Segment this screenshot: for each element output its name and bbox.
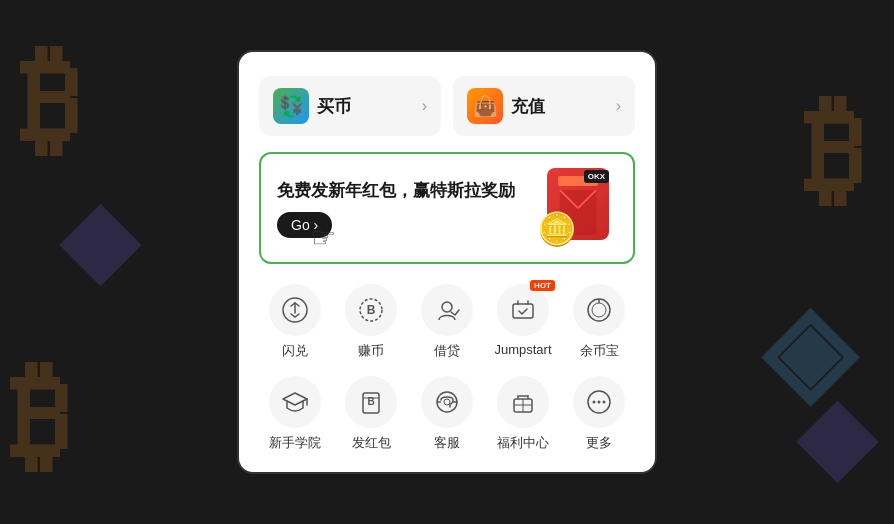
- okx-badge: OKX: [584, 170, 609, 183]
- icon-row-1: 闪兑 B 赚币 借贷: [259, 284, 635, 360]
- earn-icon: B: [345, 284, 397, 336]
- banner-content: 免费发新年红包，赢特斯拉奖励 Go › ☞: [277, 179, 515, 238]
- svg-point-20: [593, 401, 596, 404]
- icon-grid: 闪兑 B 赚币 借贷: [259, 284, 635, 452]
- flash-swap-label: 闪兑: [282, 342, 308, 360]
- loan-icon: [421, 284, 473, 336]
- recharge-icon: 👜: [467, 88, 503, 124]
- savings-item[interactable]: 余币宝: [563, 284, 635, 360]
- jumpstart-label: Jumpstart: [494, 342, 551, 357]
- svg-point-22: [603, 401, 606, 404]
- recharge-label: 充值: [511, 95, 545, 118]
- jumpstart-item[interactable]: HOT Jumpstart: [487, 284, 559, 360]
- hot-badge: HOT: [530, 280, 555, 291]
- earn-item[interactable]: B 赚币: [335, 284, 407, 360]
- flash-swap-icon: [269, 284, 321, 336]
- welfare-icon: [497, 376, 549, 428]
- svg-point-15: [444, 399, 450, 405]
- top-nav: 💱 买币 › 👜 充值 ›: [259, 76, 635, 136]
- more-icon: [573, 376, 625, 428]
- more-item[interactable]: 更多: [563, 376, 635, 452]
- recharge-chevron-icon: ›: [616, 97, 621, 115]
- flash-swap-item[interactable]: 闪兑: [259, 284, 331, 360]
- academy-item[interactable]: 新手学院: [259, 376, 331, 452]
- savings-icon: [573, 284, 625, 336]
- main-card: 💱 买币 › 👜 充值 › 免费发新年红包，赢特斯拉奖励 Go › ☞ OKX: [237, 50, 657, 474]
- red-packet-icon: B: [345, 376, 397, 428]
- loan-item[interactable]: 借贷: [411, 284, 483, 360]
- jumpstart-icon: HOT: [497, 284, 549, 336]
- academy-label: 新手学院: [269, 434, 321, 452]
- support-item[interactable]: 客服: [411, 376, 483, 452]
- red-packet-item[interactable]: B 发红包: [335, 376, 407, 452]
- loan-label: 借贷: [434, 342, 460, 360]
- welfare-label: 福利中心: [497, 434, 549, 452]
- recharge-button[interactable]: 👜 充值 ›: [453, 76, 635, 136]
- banner-image: OKX 🪙: [537, 168, 617, 248]
- svg-point-6: [442, 302, 452, 312]
- earn-label: 赚币: [358, 342, 384, 360]
- buy-chevron-icon: ›: [422, 97, 427, 115]
- red-packet-label: 发红包: [352, 434, 391, 452]
- cursor-icon: ☞: [311, 221, 336, 254]
- buy-coin-button[interactable]: 💱 买币 ›: [259, 76, 441, 136]
- svg-text:B: B: [367, 303, 376, 317]
- svg-point-9: [592, 303, 606, 317]
- support-label: 客服: [434, 434, 460, 452]
- banner[interactable]: 免费发新年红包，赢特斯拉奖励 Go › ☞ OKX 🪙: [259, 152, 635, 264]
- banner-title: 免费发新年红包，赢特斯拉奖励: [277, 179, 515, 202]
- coin-icon: 🪙: [537, 210, 577, 248]
- svg-rect-7: [513, 304, 533, 318]
- buy-icon: 💱: [273, 88, 309, 124]
- academy-icon: [269, 376, 321, 428]
- welfare-item[interactable]: 福利中心: [487, 376, 559, 452]
- buy-label: 买币: [317, 95, 351, 118]
- icon-row-2: 新手学院 B 发红包: [259, 376, 635, 452]
- more-label: 更多: [586, 434, 612, 452]
- support-icon: [421, 376, 473, 428]
- svg-point-21: [598, 401, 601, 404]
- savings-label: 余币宝: [580, 342, 619, 360]
